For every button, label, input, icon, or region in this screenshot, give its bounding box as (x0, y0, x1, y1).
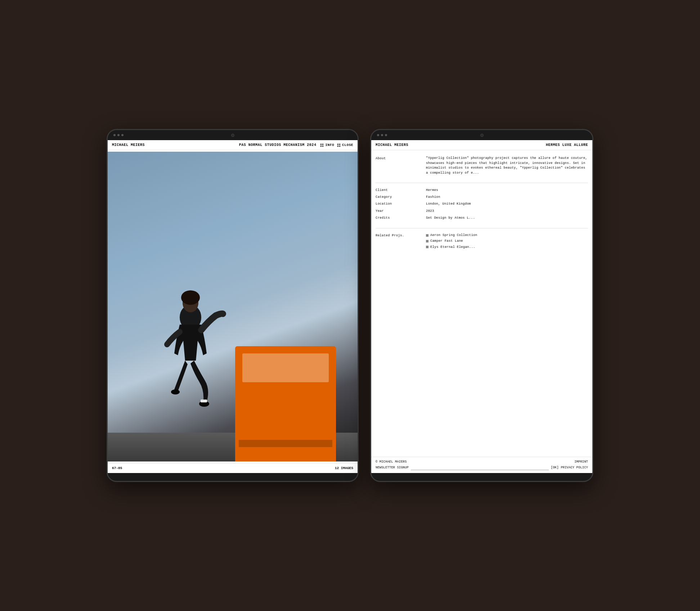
right-content: About "Ypperlig Collection" photography … (371, 150, 592, 457)
category-label: Category (376, 194, 426, 200)
person-figure (144, 274, 237, 440)
year-value: 2023 (426, 208, 588, 214)
topbar-dot-r3 (385, 134, 387, 136)
info-button[interactable]: INFO (325, 143, 334, 147)
photo-background (108, 152, 358, 461)
close-button[interactable]: CLOSE (342, 143, 353, 147)
related-icon-3 (426, 246, 428, 248)
related-item-3[interactable]: Elys Eternal Elegan... (426, 245, 588, 250)
newsletter-input[interactable] (411, 465, 549, 470)
location-value: London, United Kingdom (426, 201, 588, 207)
related-label: Related Projs. (376, 233, 426, 250)
topbar-dot-3 (121, 134, 124, 136)
camera-dot (231, 134, 234, 137)
about-label: About (376, 156, 426, 175)
related-items: Aeron Spring Collection Camper Fast Lane… (426, 233, 588, 250)
newsletter-label: NEWSLETTER SIGNUP (376, 466, 409, 469)
client-value: Hermes (426, 187, 588, 193)
related-item-2[interactable]: Camper Fast Lane (426, 238, 588, 244)
right-title: HERMES LUXE ALLURE (546, 143, 588, 147)
topbar-dot-1 (113, 134, 116, 136)
left-footer: 67-85 12 IMAGES (108, 463, 358, 473)
location-label: Location (376, 201, 426, 207)
bus-shape (235, 346, 336, 461)
imprint-link[interactable]: IMPRINT (574, 460, 588, 464)
topbar-dot-r1 (377, 134, 379, 136)
ok-button[interactable]: [OK] (551, 466, 559, 469)
right-screen: MICHAEL MEIERS HERMES LUXE ALLURE About … (371, 140, 592, 473)
about-section: About "Ypperlig Collection" photography … (376, 156, 588, 175)
bus-window (242, 353, 329, 382)
right-tablet: MICHAEL MEIERS HERMES LUXE ALLURE About … (370, 129, 593, 482)
left-tablet-topbar (108, 130, 358, 140)
right-camera-dot (480, 134, 484, 137)
related-icon-2 (426, 240, 428, 242)
right-tablet-topbar (371, 130, 592, 140)
credits-label: Credits (376, 215, 426, 221)
related-item-1-label: Aeron Spring Collection (430, 233, 477, 238)
footer-top: © MICHAEL MAIERS IMPRINT (376, 460, 588, 464)
divider-2 (376, 228, 588, 228)
copyright-text: © MICHAEL MAIERS (376, 460, 407, 464)
client-label: Client (376, 187, 426, 193)
footer-bottom: NEWSLETTER SIGNUP [OK] PRIVACY POLICY (376, 465, 588, 470)
left-header-right: PAS NORMAL STUDIOS MECHANISM 2024 INFO C… (239, 143, 353, 147)
about-text: "Ypperlig Collection" photography projec… (426, 156, 588, 175)
left-tablet: MICHAEL MEIERS PAS NORMAL STUDIOS MECHAN… (107, 129, 359, 482)
left-brand: MICHAEL MEIERS (112, 143, 145, 147)
right-footer: © MICHAEL MAIERS IMPRINT NEWSLETTER SIGN… (371, 457, 592, 473)
right-brand: MICHAEL MEIERS (376, 143, 408, 147)
image-count: 12 IMAGES (335, 466, 353, 470)
page-number: 67-85 (112, 466, 122, 470)
topbar-dot-r2 (381, 134, 383, 136)
related-item-2-label: Camper Fast Lane (430, 238, 463, 244)
svg-point-4 (171, 389, 180, 394)
left-nav: INFO CLOSE (320, 143, 353, 147)
grid-icon (320, 144, 323, 147)
related-icon-1 (426, 234, 428, 237)
related-section: Related Projs. Aeron Spring Collection C… (376, 233, 588, 250)
category-value: Fashion (426, 194, 588, 200)
topbar-dot-2 (117, 134, 120, 136)
meta-section: Client Hermes Category Fashion Location … (376, 187, 588, 221)
privacy-link[interactable]: PRIVACY POLICY (561, 466, 588, 469)
divider-1 (376, 183, 588, 183)
photo-area (108, 152, 358, 461)
left-screen: MICHAEL MEIERS PAS NORMAL STUDIOS MECHAN… (108, 140, 358, 473)
svg-rect-5 (201, 400, 207, 402)
bus-detail (239, 440, 332, 447)
related-item-1[interactable]: Aeron Spring Collection (426, 233, 588, 238)
project-title: PAS NORMAL STUDIOS MECHANISM 2024 (239, 143, 317, 147)
credits-value: Set Design by Atmos L... (426, 215, 588, 221)
svg-point-2 (181, 290, 200, 305)
related-item-3-label: Elys Eternal Elegan... (430, 245, 475, 250)
grid-icon-2 (337, 144, 340, 147)
year-label: Year (376, 208, 426, 214)
left-header: MICHAEL MEIERS PAS NORMAL STUDIOS MECHAN… (108, 140, 358, 150)
right-header: MICHAEL MEIERS HERMES LUXE ALLURE (371, 140, 592, 150)
